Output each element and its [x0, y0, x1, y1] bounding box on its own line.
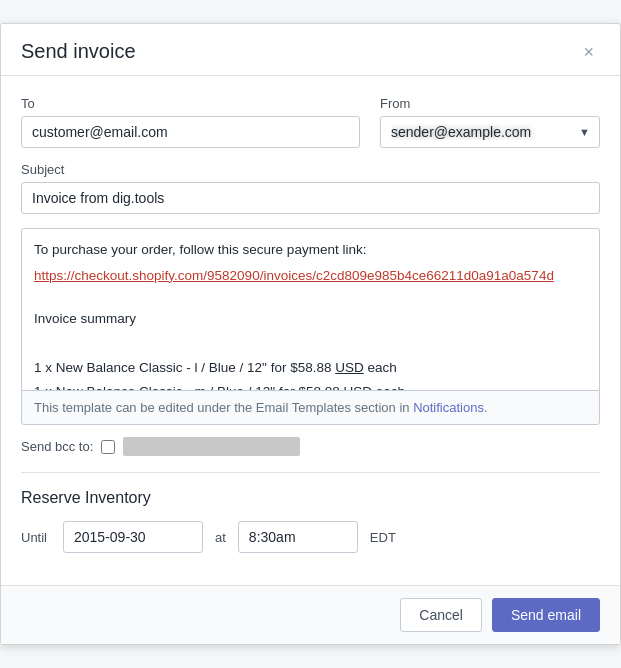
- bcc-row: Send bcc to: sender@example.m: [21, 437, 600, 456]
- modal-body: To From sender@example.com ▼ Subject To: [1, 76, 620, 585]
- line-item-1: 1 x New Balance Classic - l / Blue / 12"…: [34, 357, 587, 379]
- subject-field-group: Subject: [21, 162, 600, 214]
- until-date-input[interactable]: [63, 521, 203, 553]
- template-notice: This template can be edited under the Em…: [21, 390, 600, 425]
- payment-link[interactable]: https://checkout.shopify.com/9582090/inv…: [34, 268, 554, 283]
- to-field-group: To: [21, 96, 360, 148]
- template-notice-text: This template can be edited under the Em…: [34, 400, 413, 415]
- timezone-label: EDT: [370, 530, 396, 545]
- payment-link-text: https://checkout.shopify.com/9582090/inv…: [34, 265, 587, 287]
- bcc-label: Send bcc to:: [21, 439, 93, 454]
- reserve-row: Until at EDT: [21, 521, 600, 553]
- from-label: From: [380, 96, 600, 111]
- until-label: Until: [21, 530, 51, 545]
- to-from-row: To From sender@example.com ▼: [21, 96, 600, 148]
- modal-header: Send invoice ×: [1, 24, 620, 76]
- subject-label: Subject: [21, 162, 600, 177]
- at-label: at: [215, 530, 226, 545]
- notifications-link[interactable]: Notifications.: [413, 400, 487, 415]
- body-textarea[interactable]: To purchase your order, follow this secu…: [21, 228, 600, 390]
- bcc-email: sender@example.m: [123, 437, 300, 456]
- send-email-button[interactable]: Send email: [492, 598, 600, 632]
- reserve-inventory-section: Reserve Inventory Until at EDT: [21, 489, 600, 553]
- to-label: To: [21, 96, 360, 111]
- modal-footer: Cancel Send email: [1, 585, 620, 644]
- to-input[interactable]: [21, 116, 360, 148]
- body-textarea-wrapper: To purchase your order, follow this secu…: [21, 228, 600, 425]
- section-divider: [21, 472, 600, 473]
- close-button[interactable]: ×: [577, 41, 600, 63]
- subject-input[interactable]: [21, 182, 600, 214]
- time-input[interactable]: [238, 521, 358, 553]
- cancel-button[interactable]: Cancel: [400, 598, 482, 632]
- from-select[interactable]: sender@example.com: [380, 116, 600, 148]
- modal-title: Send invoice: [21, 40, 136, 63]
- invoice-summary-label: Invoice summary: [34, 308, 587, 330]
- send-invoice-modal: Send invoice × To From sender@example.co…: [0, 23, 621, 645]
- body-intro-text: To purchase your order, follow this secu…: [34, 239, 587, 261]
- from-select-wrapper: sender@example.com ▼: [380, 116, 600, 148]
- bcc-checkbox[interactable]: [101, 440, 115, 454]
- line-item-2: 1 x New Balance Classic - m / Blue / 12"…: [34, 381, 587, 390]
- reserve-inventory-title: Reserve Inventory: [21, 489, 600, 507]
- from-field-group: From sender@example.com ▼: [380, 96, 600, 148]
